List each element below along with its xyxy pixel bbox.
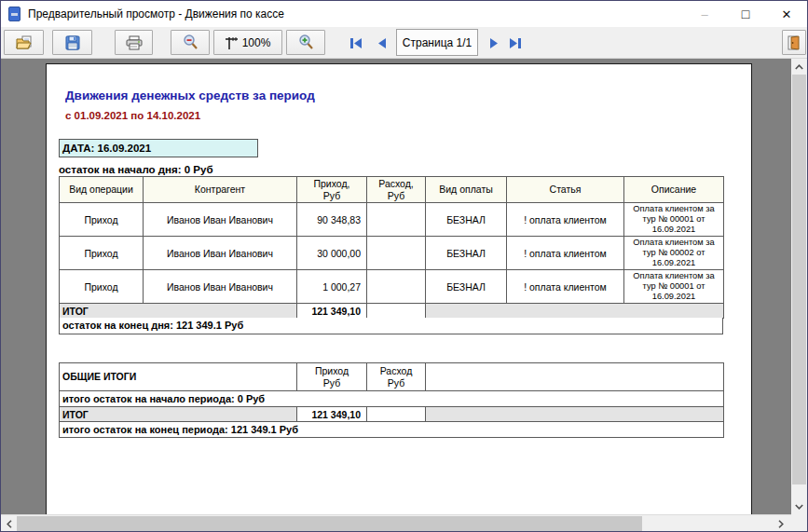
titlebar: Предварительный просмотр - Движения по к… [1,1,807,27]
chevron-up-icon [795,64,803,70]
cell-payment: БЕЗНАЛ [426,270,507,304]
save-button[interactable] [52,30,92,55]
cell-contragent: Иванов Иван Иванович [144,270,297,304]
cell-prihod: 1 000,27 [297,270,367,304]
cell-article: ! оплата клиентом [507,270,624,304]
cell-rashod [367,203,426,237]
summary-closing: итого остаток на конец периода: 121 349.… [60,422,724,438]
horizontal-scroll-thumb[interactable] [17,516,642,531]
header-op: Вид операции [60,177,144,203]
summary-table: ОБЩИЕ ИТОГИ Приход Руб Расход Руб итого … [59,362,724,438]
cell-article: ! оплата клиентом [507,203,624,237]
cell-prihod: 90 348,83 [297,203,367,237]
header-description: Описание [624,177,724,203]
cell-article: ! оплата клиентом [507,237,624,270]
first-page-arrow-icon [349,37,363,49]
summary-total-row: ИТОГ 121 349,10 [60,407,724,422]
total-rashod [367,304,426,319]
zoom-in-button[interactable] [286,30,325,55]
minimize-button[interactable]: – [684,1,725,27]
summary-total-prihod: 121 349,10 [297,407,367,422]
header-payment: Вид оплаты [426,177,507,203]
summary-opening-row: итого остаток на начало периода: 0 Руб [60,391,724,407]
ruler-icon [226,35,239,50]
chevron-down-icon [795,504,803,510]
table-row: Приход Иванов Иван Иванович 1 000,27 БЕЗ… [60,270,724,304]
floppy-disk-icon [65,35,80,50]
cell-rashod [367,237,426,270]
cell-op: Приход [60,203,144,237]
total-label: ИТОГ [60,304,297,319]
movements-table: Вид операции Контрагент Приход, Руб Расх… [59,176,724,319]
scroll-up-button[interactable] [791,59,807,75]
cell-op: Приход [60,270,144,304]
report-page: Движения денежных средств за период с 01… [46,63,752,514]
scrollbar-corner [791,514,807,532]
exit-button[interactable] [782,30,806,55]
prev-page-button[interactable] [371,32,391,54]
cell-description: Оплата клиентом за тур № 00002 от 16.09.… [624,237,724,270]
cell-payment: БЕЗНАЛ [426,237,507,270]
cell-prihod: 30 000,00 [297,237,367,270]
report-title: Движения денежных средств за период [65,89,315,102]
door-icon [787,35,801,50]
close-button[interactable]: ✕ [766,1,807,27]
magnifier-minus-icon [183,34,199,50]
print-button[interactable] [115,30,153,55]
table-row: Приход Иванов Иван Иванович 90 348,83 БЕ… [60,203,724,237]
app-icon [8,7,21,21]
scroll-down-button[interactable] [791,498,807,514]
cell-rashod [367,270,426,304]
zoom-out-button[interactable] [171,30,210,55]
toolbar: 100% Страница 1/1 [1,27,807,59]
summary-title: ОБЩИЕ ИТОГИ [60,363,297,391]
cell-payment: БЕЗНАЛ [426,203,507,237]
scale-button[interactable]: 100% [213,30,282,55]
page-indicator: Страница 1/1 [396,29,478,56]
total-row: ИТОГ 121 349,10 [60,304,724,319]
summary-closing-row: итого остаток на конец периода: 121 349.… [60,422,724,438]
magnifier-plus-icon [298,34,314,50]
open-button[interactable] [4,30,44,55]
header-article: Статья [507,177,624,203]
vertical-scrollbar[interactable] [791,59,807,514]
first-page-button[interactable] [346,32,366,54]
chevron-left-icon [7,520,12,528]
total-filler [426,304,724,319]
last-page-arrow-icon [509,37,522,49]
summary-total-rashod [367,407,426,422]
window-title: Предварительный просмотр - Движения по к… [28,7,684,20]
cell-contragent: Иванов Иван Иванович [144,237,297,270]
cell-op: Приход [60,237,144,270]
next-page-button[interactable] [484,32,504,54]
opening-balance: остаток на начало дня: 0 Руб [59,164,213,175]
summary-total-filler [426,407,724,422]
horizontal-scrollbar[interactable] [1,514,793,532]
scroll-right-button[interactable] [773,515,788,532]
closing-balance: остаток на конец дня: 121 349.1 Руб [59,318,723,334]
printer-icon [126,35,143,50]
report-period: с 01.09.2021 по 14.10.2021 [65,110,200,121]
table-row: Приход Иванов Иван Иванович 30 000,00 БЕ… [60,237,724,270]
zoom-level-label: 100% [242,36,271,49]
summary-header-row: ОБЩИЕ ИТОГИ Приход Руб Расход Руб [60,363,724,391]
summary-col-empty [426,363,724,391]
summary-total-label: ИТОГ [60,407,297,422]
next-page-arrow-icon [489,37,500,49]
preview-area: Движения денежных средств за период с 01… [1,59,793,514]
scroll-left-button[interactable] [1,515,17,532]
summary-col-rashod: Расход Руб [367,363,426,391]
maximize-button[interactable]: □ [725,1,766,27]
summary-opening: итого остаток на начало периода: 0 Руб [60,391,724,407]
header-contragent: Контрагент [144,177,297,203]
summary-col-prihod: Приход Руб [297,363,367,391]
vertical-scroll-thumb[interactable] [792,75,806,484]
total-prihod: 121 349,10 [297,304,367,319]
folder-open-icon [16,35,33,50]
report-date-box: ДАТА: 16.09.2021 [59,139,258,157]
table-header-row: Вид операции Контрагент Приход, Руб Расх… [60,177,724,203]
last-page-button[interactable] [505,32,526,54]
cell-contragent: Иванов Иван Иванович [144,203,297,237]
cell-description: Оплата клиентом за тур № 00001 от 16.09.… [624,203,724,237]
chevron-right-icon [778,520,784,528]
